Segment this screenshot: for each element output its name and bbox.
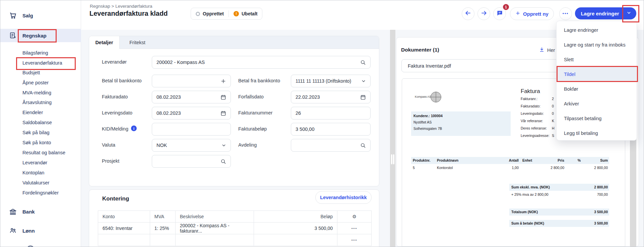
fakturanummer-input[interactable]: 26	[291, 107, 371, 119]
invoice-meta-value: S	[552, 134, 554, 138]
menu-item-lagre-endringer[interactable]: Lagre endringer	[557, 23, 637, 37]
back-button[interactable]	[462, 7, 474, 20]
gear-icon[interactable]: ⚙	[337, 211, 372, 223]
bank-icon	[9, 208, 17, 216]
betal-til-label: Betal til bankkonto	[102, 78, 142, 83]
badge-divider	[229, 10, 229, 17]
table-row-empty[interactable]: •••	[98, 234, 372, 246]
sidebar-item-sok-pa-konto[interactable]: Søk på konto	[22, 138, 79, 148]
save-changes-button[interactable]: Lagre endringer	[575, 7, 636, 19]
tab-fritekst[interactable]: Fritekst	[120, 36, 155, 49]
menu-item-lagre-og-start-ny[interactable]: Lagre og start ny fra innboks	[557, 37, 637, 52]
comments-count-badge: 1	[502, 3, 510, 11]
sidebar-item-bank[interactable]: Bank	[0, 205, 81, 218]
cell-konto[interactable]: 6540: Inventar	[98, 223, 150, 234]
sidebar-item-bilagsforing[interactable]: Bilagsføring	[22, 48, 79, 58]
grip-bar	[391, 154, 392, 164]
plus-icon[interactable]	[220, 78, 226, 84]
sidebar-item-apne-poster[interactable]: Åpne poster	[22, 78, 79, 88]
cell-beskrivelse[interactable]: 200002 - Kompass AS - fakturanr...	[175, 223, 254, 234]
menu-item-tilpasset-betaling[interactable]: Tilpasset betaling	[557, 111, 637, 126]
leveringsdato-input[interactable]: 08.02.2023	[152, 107, 231, 119]
menu-item-slett[interactable]: Slett	[557, 52, 637, 67]
col-konto[interactable]: Konto	[98, 211, 150, 223]
menu-item-tildel[interactable]: Tildel	[557, 67, 637, 82]
menu-item-arkiver[interactable]: Arkiver	[557, 96, 637, 111]
cell-konto[interactable]	[98, 234, 150, 246]
leverandor-label: Leverandør	[102, 59, 127, 65]
invoice-meta-label: Fakturanr.:	[521, 97, 537, 101]
panel-resize-handle[interactable]	[390, 30, 395, 247]
kid-melding-input[interactable]	[152, 123, 231, 136]
kid-melding-label: KID/Melding	[102, 126, 128, 132]
invoice-meta-value: 2	[552, 97, 554, 101]
forfallsdato-input[interactable]: 22.02.2023	[291, 91, 371, 103]
valuta-select[interactable]: NOK	[152, 139, 231, 152]
sidebar-item-budsjett[interactable]: Budsjett	[22, 68, 79, 78]
cell-mva[interactable]	[150, 234, 175, 246]
tab-detaljer[interactable]: Detaljer	[89, 36, 120, 49]
sidebar-item-regnskap[interactable]: Regnskap	[0, 29, 81, 42]
betal-fra-value: 1111 11 11113 (Driftskonto)	[296, 78, 359, 84]
avdeling-input[interactable]	[291, 139, 371, 152]
col-beskrivelse[interactable]: Beskrivelse	[175, 211, 254, 223]
cart-icon	[9, 11, 17, 19]
menu-item-legg-til-betaling[interactable]: Legg til betaling	[557, 126, 637, 141]
fakturabelop-input[interactable]: 3 500,00	[291, 123, 371, 136]
search-icon[interactable]	[360, 143, 366, 148]
menu-item-bokfor[interactable]: Bokfør	[557, 82, 637, 96]
calendar-icon[interactable]	[360, 94, 366, 100]
sidebar-item-leverandor[interactable]: Leverandør	[22, 158, 79, 168]
sidebar-item-fordelingsnokler[interactable]: Fordelingsnøkler	[22, 188, 79, 198]
cell-mva[interactable]: 1: 25%	[150, 223, 175, 234]
fakturabelop-value: 3 500,00	[296, 127, 366, 132]
sidebar-item-kontoplan[interactable]: Kontoplan	[22, 168, 79, 178]
search-icon[interactable]	[360, 60, 366, 65]
calendar-icon[interactable]	[220, 110, 226, 116]
grip-bar	[393, 154, 394, 164]
invoice-meta-value: 0	[552, 111, 554, 115]
sidebar-item-eiendeler[interactable]: Eiendeler	[22, 107, 79, 117]
info-icon[interactable]: i	[131, 126, 137, 131]
sidebar-item-sok-pa-bilag[interactable]: Søk på bilag	[22, 128, 79, 138]
cell-beskrivelse[interactable]	[175, 234, 254, 246]
cell-belop[interactable]	[254, 234, 337, 246]
cell-belop[interactable]: 3 500,00	[254, 223, 337, 234]
sidebar-item-arsavslutning[interactable]: Årsavslutning	[22, 97, 79, 107]
sidebar-item-resultat-og-balanse[interactable]: Resultat og balanse	[22, 148, 79, 158]
invoice-payable-label: Sum å betale (NOK)	[511, 221, 544, 225]
row-actions-icon[interactable]: •••	[337, 223, 372, 234]
kontering-card: Kontering Leverandørhistorikk Konto MVA …	[89, 189, 379, 247]
download-link[interactable]: Her	[539, 47, 555, 53]
more-actions-button[interactable]: •••	[559, 7, 572, 20]
fakturadato-input[interactable]: 08.02.2023	[152, 91, 231, 103]
prosjekt-label: Prosjekt	[102, 158, 119, 164]
prosjekt-input[interactable]	[152, 155, 231, 168]
breadcrumb[interactable]: Regnskap > Leverandørfaktura	[90, 4, 152, 9]
row-actions-icon[interactable]: •••	[337, 234, 372, 246]
calendar-icon[interactable]	[220, 94, 226, 100]
arrow-right-icon	[480, 10, 487, 18]
betal-fra-select[interactable]: 1111 11 11113 (Driftskonto)	[291, 75, 371, 87]
sidebar-item-saldobalanse[interactable]: Saldobalanse	[22, 117, 79, 128]
sidebar-item-valutakurser[interactable]: Valutakurser	[22, 178, 79, 188]
opprett-ny-button[interactable]: Opprett ny	[510, 7, 554, 20]
table-row[interactable]: 6540: Inventar 1: 25% 200002 - Kompass A…	[98, 223, 372, 234]
sidebar-item-mva-melding[interactable]: MVA-melding	[22, 88, 79, 98]
forward-button[interactable]	[477, 7, 490, 20]
leveringsdato-label: Leveringsdato	[102, 110, 132, 115]
invoice-col-antall: Antall	[496, 158, 519, 162]
sidebar-item-leverandorfaktura[interactable]: Leverandørfaktura	[22, 58, 79, 68]
save-dropdown-toggle[interactable]	[622, 10, 636, 17]
invoice-totalsum-value: 3 500,00	[578, 210, 608, 214]
leverandor-input[interactable]: 200002 - Kompass AS	[152, 56, 371, 69]
search-icon[interactable]	[220, 159, 226, 164]
invoice-cell-pris: 2 800,00	[543, 166, 564, 170]
sidebar-item-salg[interactable]: Salg	[0, 9, 81, 22]
col-belop[interactable]: Beløp	[254, 211, 337, 223]
leverandorhistorikk-button[interactable]: Leverandørhistorikk	[315, 191, 372, 204]
invoice-payable-value: 3 500,00	[578, 221, 608, 225]
sidebar-item-lonn[interactable]: Lønn	[0, 224, 81, 237]
col-mva[interactable]: MVA	[150, 211, 175, 223]
betal-til-input[interactable]	[152, 75, 231, 87]
